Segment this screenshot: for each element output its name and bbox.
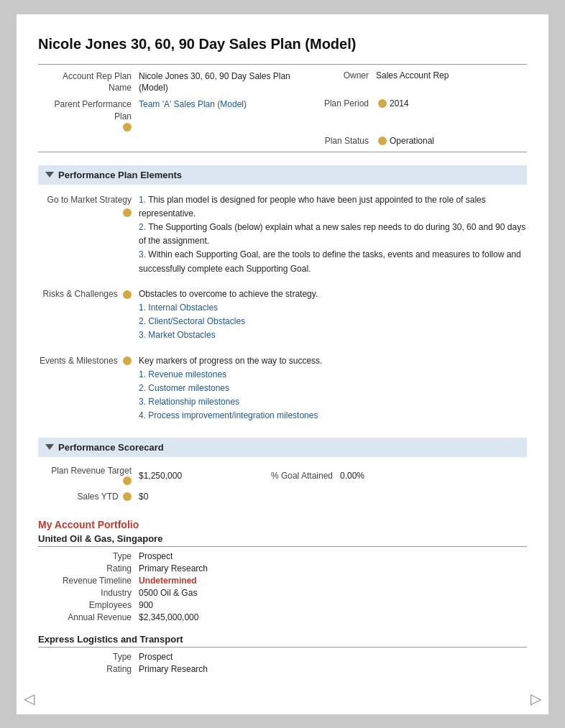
- parent-plan-icon: [123, 123, 132, 132]
- go-to-market-content: 1. This plan model is designed for peopl…: [139, 193, 527, 276]
- united-oil-rating-row: Rating Primary Research: [38, 563, 527, 573]
- plan-status-value: Operational: [390, 136, 434, 146]
- united-oil-industry-value: 0500 Oil & Gas: [139, 588, 197, 598]
- events-line-3: 3. Relationship milestones: [139, 395, 527, 409]
- risks-challenges-label: Risks & Challenges: [38, 287, 139, 300]
- owner-label: Owner: [311, 70, 376, 80]
- united-oil-industry-row: Industry 0500 Oil & Gas: [38, 588, 527, 598]
- percent-goal-label: % Goal Attained: [254, 471, 340, 481]
- events-line-2: 2. Customer milestones: [139, 382, 527, 395]
- revenue-target-icon: [123, 476, 132, 485]
- sales-ytd-value: $0: [139, 492, 254, 502]
- united-oil-type-value: Prospect: [139, 551, 173, 561]
- express-type-label: Type: [38, 652, 139, 662]
- performance-plan-elements-title: Performance Plan Elements: [58, 170, 182, 180]
- navigation-arrows: ◁ ▷: [17, 690, 548, 707]
- express-rating-value: Primary Research: [139, 664, 208, 674]
- header-row-account-rep: Account Rep Plan Name Nicole Jones 30, 6…: [38, 70, 527, 95]
- account-rep-plan-name-value: Nicole Jones 30, 60, 90 Day Sales Plan (…: [139, 70, 311, 95]
- plan-revenue-target-label: Plan Revenue Target: [38, 466, 139, 486]
- united-oil-type-row: Type Prospect: [38, 551, 527, 561]
- united-oil-revenue-timeline-value: Undetermined: [139, 576, 197, 586]
- events-milestones-label: Events & Milestones: [38, 354, 139, 367]
- united-oil-annual-revenue-label: Annual Revenue: [38, 612, 139, 622]
- plan-revenue-target-value: $1,250,000: [139, 471, 254, 481]
- header-row-parent: Parent Performance Plan Team 'A' Sales P…: [38, 98, 527, 132]
- next-arrow[interactable]: ▷: [530, 690, 541, 707]
- united-oil-employees-row: Employees 900: [38, 600, 527, 610]
- header-row-plan-status: Plan Status Operational: [38, 136, 527, 146]
- express-type-value: Prospect: [139, 652, 173, 662]
- go-to-market-label: Go to Market Strategy: [38, 193, 139, 217]
- scorecard-sales-ytd-row: Sales YTD $0: [38, 492, 527, 502]
- united-oil-revenue-timeline-label: Revenue Timeline: [38, 576, 139, 586]
- owner-value: Sales Account Rep: [376, 70, 449, 80]
- events-milestones-content: Key markers of progress on the way to su…: [139, 354, 527, 423]
- express-rating-label: Rating: [38, 664, 139, 674]
- united-oil-annual-revenue-value: $2,345,000,000: [139, 612, 198, 622]
- account-rep-plan-name-label: Account Rep Plan Name: [38, 70, 139, 95]
- performance-scorecard-section: Performance Scorecard Plan Revenue Targe…: [38, 438, 527, 502]
- main-page: Nicole Jones 30, 60, 90 Day Sales Plan (…: [17, 14, 548, 714]
- go-to-market-line-3: 3. Within each Supporting Goal, are the …: [139, 248, 527, 275]
- go-to-market-line-1: 1. This plan model is designed for peopl…: [139, 193, 527, 221]
- scorecard-revenue-row: Plan Revenue Target $1,250,000 % Goal At…: [38, 466, 527, 486]
- sales-ytd-label: Sales YTD: [38, 492, 139, 502]
- united-oil-employees-label: Employees: [38, 600, 139, 610]
- collapse-icon[interactable]: [45, 172, 54, 178]
- events-milestones-row: Events & Milestones Key markers of progr…: [38, 354, 527, 423]
- plan-status-value-group: Operational: [376, 136, 434, 146]
- events-line-1: 1. Revenue milestones: [139, 368, 527, 382]
- plan-period-section: Plan Period 2014: [311, 98, 527, 109]
- parent-plan-value: Team 'A' Sales Plan (Model): [139, 98, 311, 111]
- go-to-market-icon: [123, 208, 132, 217]
- go-to-market-line-2: 2. The Supporting Goals (below) explain …: [139, 221, 527, 248]
- united-oil-name: United Oil & Gas, Singapore: [38, 533, 527, 547]
- percent-goal-value: 0.00%: [340, 471, 364, 481]
- account-express-logistics: Express Logistics and Transport Type Pro…: [38, 634, 527, 674]
- plan-period-label: Plan Period: [311, 98, 376, 109]
- plan-status-section: Plan Status Operational: [311, 136, 527, 146]
- united-oil-industry-label: Industry: [38, 588, 139, 598]
- sales-ytd-icon: [123, 492, 132, 501]
- united-oil-employees-value: 900: [139, 600, 153, 610]
- portfolio-title: My Account Portfolio: [38, 519, 527, 530]
- united-oil-annual-revenue-row: Annual Revenue $2,345,000,000: [38, 612, 527, 622]
- account-portfolio-section: My Account Portfolio United Oil & Gas, S…: [38, 519, 527, 674]
- united-oil-type-label: Type: [38, 551, 139, 561]
- united-oil-revenue-timeline-row: Revenue Timeline Undetermined: [38, 576, 527, 586]
- risks-icon: [123, 290, 132, 299]
- performance-plan-elements-section: Performance Plan Elements Go to Market S…: [38, 165, 527, 423]
- page-title: Nicole Jones 30, 60, 90 Day Sales Plan (…: [38, 36, 527, 52]
- risks-line-2: 2. Client/Sectoral Obstacles: [139, 315, 527, 328]
- events-line-0: Key markers of progress on the way to su…: [139, 354, 527, 368]
- risks-line-1: 1. Internal Obstacles: [139, 301, 527, 315]
- prev-arrow[interactable]: ◁: [24, 690, 35, 707]
- events-icon: [123, 356, 132, 365]
- plan-period-value-group: 2014: [376, 98, 409, 109]
- account-united-oil: United Oil & Gas, Singapore Type Prospec…: [38, 533, 527, 622]
- united-oil-rating-label: Rating: [38, 563, 139, 573]
- performance-scorecard-header: Performance Scorecard: [38, 438, 527, 457]
- performance-plan-elements-header: Performance Plan Elements: [38, 165, 527, 185]
- go-to-market-row: Go to Market Strategy 1. This plan model…: [38, 193, 527, 276]
- express-logistics-name: Express Logistics and Transport: [38, 634, 527, 648]
- plan-status-label: Plan Status: [311, 136, 376, 146]
- united-oil-rating-value: Primary Research: [139, 563, 208, 573]
- express-type-row: Type Prospect: [38, 652, 527, 662]
- header-info-table: Account Rep Plan Name Nicole Jones 30, 6…: [38, 64, 527, 152]
- express-rating-row: Rating Primary Research: [38, 664, 527, 674]
- plan-period-icon: [378, 99, 387, 108]
- performance-scorecard-title: Performance Scorecard: [58, 442, 164, 453]
- plan-status-icon: [378, 137, 387, 145]
- risks-line-3: 3. Market Obstacles: [139, 328, 527, 342]
- events-line-4: 4. Process improvement/integration miles…: [139, 409, 527, 423]
- owner-section: Owner Sales Account Rep: [311, 70, 527, 80]
- risks-challenges-row: Risks & Challenges Obstacles to overcome…: [38, 287, 527, 343]
- risks-challenges-content: Obstacles to overcome to achieve the str…: [139, 287, 527, 343]
- plan-period-value: 2014: [390, 98, 409, 109]
- parent-plan-label: Parent Performance Plan: [38, 98, 139, 132]
- risks-line-0: Obstacles to overcome to achieve the str…: [139, 287, 527, 301]
- scorecard-collapse-icon[interactable]: [45, 444, 54, 450]
